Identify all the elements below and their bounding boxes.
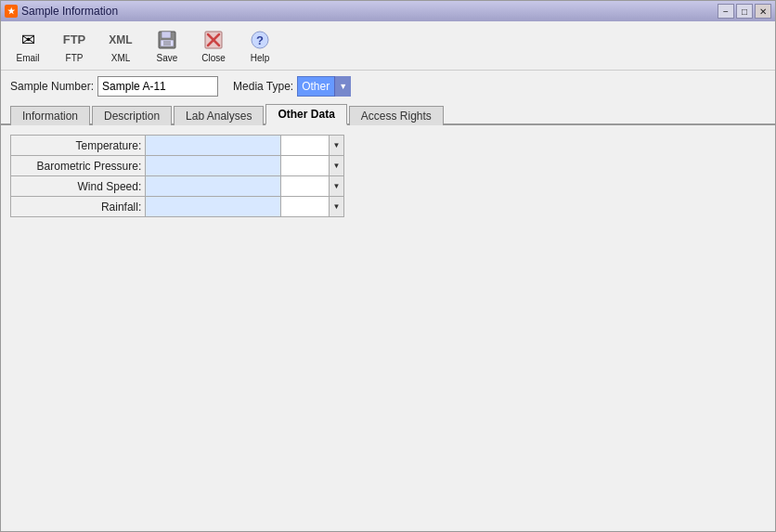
main-window: ★ Sample Information − □ ✕ ✉ Email FTP F…: [0, 0, 776, 532]
temperature-unit-cell: °C °F ▼: [280, 136, 344, 156]
svg-text:?: ?: [256, 33, 264, 47]
close-label: Close: [201, 53, 226, 63]
wind-speed-unit-wrapper: mph km/h m/s ▼: [281, 176, 344, 196]
rainfall-unit-wrapper: in mm ▼: [281, 197, 344, 216]
table-row: Temperature: °C °F ▼: [11, 136, 344, 156]
rainfall-label: Rainfall:: [11, 197, 146, 217]
table-row: Rainfall: in mm ▼: [11, 197, 344, 217]
temperature-input[interactable]: [146, 136, 279, 155]
window-title: Sample Information: [21, 5, 118, 18]
tabs-row: Information Description Lab Analyses Oth…: [1, 102, 775, 125]
title-bar-left: ★ Sample Information: [5, 5, 118, 18]
email-label: Email: [16, 53, 39, 63]
xml-icon: XML: [110, 29, 132, 51]
wind-speed-value-cell: [146, 176, 280, 197]
rainfall-unit-cell: in mm ▼: [280, 197, 344, 217]
main-content: Temperature: °C °F ▼: [1, 125, 775, 531]
media-type-label: Media Type:: [233, 80, 293, 93]
tab-access-rights[interactable]: Access Rights: [349, 106, 444, 125]
temperature-value-cell: [146, 136, 280, 156]
save-icon: [156, 29, 178, 51]
temperature-unit-wrapper: °C °F ▼: [281, 136, 344, 155]
tab-lab-analyses[interactable]: Lab Analyses: [174, 106, 264, 125]
close-button[interactable]: Close: [192, 25, 235, 66]
title-bar: ★ Sample Information − □ ✕: [1, 1, 775, 21]
other-data-table: Temperature: °C °F ▼: [10, 135, 344, 217]
baro-pressure-unit-wrapper: hPa inHg ▼: [281, 156, 344, 175]
email-icon: ✉: [17, 29, 39, 51]
app-icon: ★: [5, 5, 18, 18]
email-button[interactable]: ✉ Email: [6, 25, 49, 66]
close-icon: [202, 29, 225, 51]
close-window-button[interactable]: ✕: [755, 4, 771, 19]
tab-description[interactable]: Description: [92, 106, 172, 125]
sample-number-group: Sample Number:: [10, 76, 218, 97]
save-label: Save: [157, 53, 178, 63]
baro-pressure-value-cell: [146, 156, 280, 176]
ftp-button[interactable]: FTP FTP: [53, 25, 96, 66]
svg-rect-1: [162, 32, 171, 38]
help-button[interactable]: ? Help: [239, 25, 281, 66]
wind-speed-unit-select[interactable]: mph km/h m/s: [281, 176, 344, 196]
rainfall-value-cell: [146, 197, 280, 217]
media-type-group: Media Type: Other Water Air Soil ▼: [233, 76, 351, 97]
media-type-select-wrapper: Other Water Air Soil ▼: [297, 76, 351, 97]
xml-button[interactable]: XML XML: [99, 25, 142, 66]
help-label: Help: [251, 53, 270, 63]
svg-rect-3: [163, 41, 171, 45]
rainfall-input[interactable]: [146, 197, 279, 216]
baro-pressure-unit-cell: hPa inHg ▼: [280, 156, 344, 176]
table-row: Barometric Pressure: hPa inHg ▼: [11, 156, 344, 176]
wind-speed-unit-cell: mph km/h m/s ▼: [280, 176, 344, 197]
ftp-label: FTP: [66, 53, 84, 63]
sample-number-label: Sample Number:: [10, 80, 94, 93]
baro-pressure-unit-select[interactable]: hPa inHg: [281, 156, 344, 175]
xml-label: XML: [111, 53, 131, 63]
wind-speed-input[interactable]: [146, 176, 279, 196]
baro-pressure-input[interactable]: [146, 156, 279, 175]
tab-information[interactable]: Information: [10, 106, 90, 125]
rainfall-unit-select[interactable]: in mm: [281, 197, 344, 216]
baro-pressure-label: Barometric Pressure:: [11, 156, 146, 176]
help-icon: ?: [249, 29, 271, 51]
title-bar-controls: − □ ✕: [718, 4, 771, 19]
table-row: Wind Speed: mph km/h m/s ▼: [11, 176, 344, 197]
save-button[interactable]: Save: [146, 25, 188, 66]
ftp-icon: FTP: [63, 29, 85, 51]
restore-button[interactable]: □: [736, 4, 753, 19]
toolbar: ✉ Email FTP FTP XML XML Save: [1, 21, 775, 71]
sample-info-row: Sample Number: Media Type: Other Water A…: [1, 71, 775, 102]
media-type-select[interactable]: Other Water Air Soil: [297, 76, 351, 97]
temperature-unit-select[interactable]: °C °F: [281, 136, 344, 155]
tab-other-data[interactable]: Other Data: [265, 104, 346, 125]
sample-number-input[interactable]: [97, 76, 218, 97]
temperature-label: Temperature:: [11, 136, 146, 156]
minimize-button[interactable]: −: [718, 4, 734, 19]
wind-speed-label: Wind Speed:: [11, 176, 146, 197]
